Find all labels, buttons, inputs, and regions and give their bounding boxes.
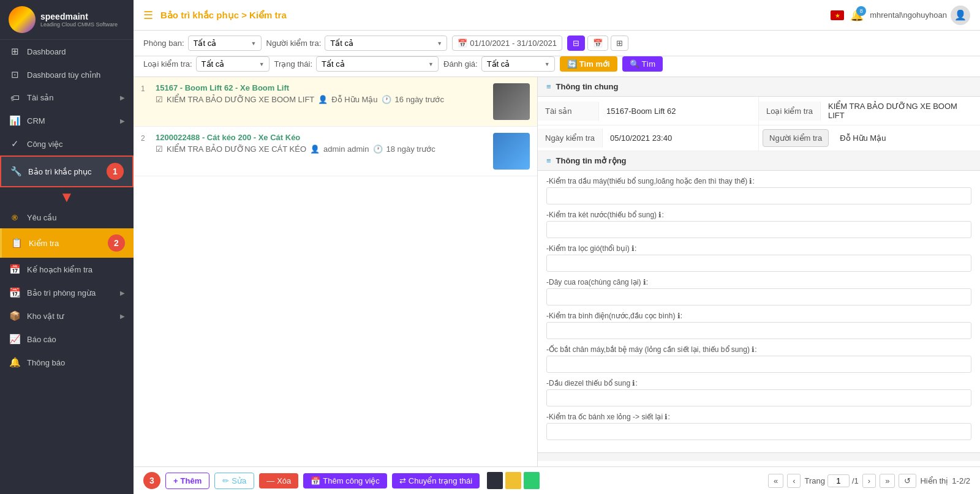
calendar-icon: 📅	[458, 39, 467, 48]
sidebar-item-label: Công việc	[27, 140, 125, 149]
step-2-badge: 2	[108, 234, 125, 252]
sidebar-item-dashboard-custom[interactable]: ⊡ Dashboard tùy chỉnh	[0, 63, 134, 86]
color-squares	[487, 472, 540, 489]
date-range-value: 01/10/2021 - 31/10/2021	[470, 39, 557, 48]
user-menu[interactable]: mhrental\ngohuyhoan 👤	[870, 6, 970, 25]
form-input-2[interactable]	[546, 255, 971, 272]
bao-tri-icon: 🔧	[10, 166, 22, 177]
edit-icon: ✏	[222, 476, 229, 485]
form-input-0[interactable]	[546, 187, 971, 204]
xoa-button[interactable]: — Xóa	[259, 473, 298, 488]
sidebar-item-bao-cao[interactable]: 📈 Báo cáo	[0, 327, 134, 351]
plus-icon: +	[173, 476, 178, 485]
thong-tin-mo-rong-label: Thông tin mở rộng	[556, 156, 627, 165]
color-yellow-btn[interactable]	[505, 472, 521, 489]
minus-icon: —	[266, 476, 274, 485]
user-avatar: 👤	[951, 6, 970, 25]
list-item[interactable]: 1 15167 - Boom Lift 62 - Xe Boom Lift ☑ …	[134, 77, 537, 127]
view-calendar-btn[interactable]: 📅	[587, 36, 608, 51]
form-input-6[interactable]	[546, 389, 971, 406]
item-number: 1	[141, 83, 156, 120]
thong-tin-mo-rong-header: ≡ Thông tin mở rộng	[538, 151, 980, 171]
trang-thai-select[interactable]: Tất cả	[316, 56, 439, 72]
arrow-icon: ▶	[120, 290, 125, 296]
language-flag[interactable]	[831, 10, 844, 20]
loai-kiem-tra-label: Loại kiểm tra:	[143, 59, 192, 69]
content-area: 1 15167 - Boom Lift 62 - Xe Boom Lift ☑ …	[134, 77, 980, 466]
item-user: Đỗ Hữu Mậu	[331, 95, 377, 104]
sidebar-logo: speedmaint Leading Cloud CMMS Software	[0, 0, 134, 40]
them-button[interactable]: + Thêm	[165, 473, 209, 489]
color-black-btn[interactable]	[487, 472, 503, 489]
danh-gia-label: Đánh giá:	[443, 59, 478, 69]
danh-gia-select[interactable]: Tất cả	[481, 56, 555, 72]
first-page-btn[interactable]: «	[768, 474, 783, 488]
form-field-label-5: -Ốc bắt chân máy,bắt bệ máy (lỏng cần si…	[546, 345, 971, 354]
view-list-btn[interactable]: ⊟	[567, 36, 585, 51]
search-icon: 🔍	[630, 59, 639, 69]
list-item[interactable]: 2 1200022488 - Cát kéo 200 - Xe Cát Kéo …	[134, 127, 537, 176]
item-meta: ☑ KIỂM TRA BẢO DƯỠNG XE BOOM LIFT 👤 Đỗ H…	[156, 95, 488, 104]
chuyen-trang-thai-button[interactable]: ⇄ Chuyển trạng thái	[392, 473, 480, 488]
sidebar-item-ke-hoach[interactable]: 📅 Kế hoạch kiểm tra	[0, 258, 134, 281]
refresh-page-btn[interactable]: ↺	[899, 474, 916, 488]
sidebar-item-tai-san[interactable]: 🏷 Tài sản ▶	[0, 86, 134, 109]
sidebar-item-bao-tri[interactable]: 🔧 Bảo trì khắc phục 1	[0, 155, 134, 187]
sidebar-item-thong-bao[interactable]: 🔔 Thông báo	[0, 351, 134, 374]
nguoi-kiem-tra-select-wrap: Tất cả	[325, 36, 447, 51]
page-label: Trang	[804, 476, 824, 485]
detail-hscroll[interactable]	[538, 452, 980, 461]
sidebar-item-yeu-cau[interactable]: ® Yêu cầu	[0, 207, 134, 228]
form-input-5[interactable]	[546, 356, 971, 373]
list-panel: 1 15167 - Boom Lift 62 - Xe Boom Lift ☑ …	[134, 77, 538, 466]
sidebar-item-label: Kho vật tư	[27, 312, 120, 321]
next-page-btn[interactable]: ›	[862, 474, 876, 488]
form-field-label-0: -Kiểm tra dầu máy(thiếu bổ sung,loãng ho…	[546, 177, 971, 185]
form-input-3[interactable]	[546, 288, 971, 305]
loai-kiem-tra-field: Loại kiểm tra KIỂM TRA BẢO DƯỠNG XE BOOM…	[759, 97, 980, 125]
sidebar-item-kiem-tra[interactable]: 📋 Kiểm tra 2	[0, 228, 134, 258]
menu-icon[interactable]: ☰	[143, 9, 153, 22]
loai-kiem-tra-select[interactable]: Tất cả	[196, 56, 270, 72]
filter-bar-2: Loại kiểm tra: Tất cả Trạng thái: Tất cả…	[134, 56, 980, 77]
kho-vat-tu-icon: 📦	[9, 310, 21, 321]
date-range-filter[interactable]: 📅 01/10/2021 - 31/10/2021	[452, 36, 562, 51]
page-input[interactable]	[827, 474, 850, 487]
form-input-4[interactable]	[546, 322, 971, 339]
clock-icon: 🕐	[373, 144, 383, 154]
arrow-indicator: ▼	[0, 187, 134, 207]
form-field-6: -Dầu diezel thiếu bổ sung ℹ:	[546, 379, 971, 406]
phong-ban-select-wrap: Tất cả	[188, 36, 262, 51]
sidebar-item-crm[interactable]: 📊 CRM ▶	[0, 109, 134, 132]
tim-moi-button[interactable]: 🔄 Tìm mới	[560, 56, 617, 72]
color-green-btn[interactable]	[524, 472, 540, 489]
item-body: 15167 - Boom Lift 62 - Xe Boom Lift ☑ KI…	[156, 83, 488, 120]
show-range-value: 1-2/2	[952, 476, 970, 485]
user-icon: 👤	[310, 144, 320, 154]
nguoi-kiem-tra-field: Người kiểm tra Đỗ Hữu Mậu	[759, 125, 980, 151]
nguoi-kiem-tra-select[interactable]: Tất cả	[325, 36, 447, 51]
sidebar-item-label: Báo cáo	[27, 335, 125, 344]
bao-cao-icon: 📈	[9, 334, 21, 345]
prev-page-btn[interactable]: ‹	[787, 474, 801, 488]
tai-san-label: Tài sản	[538, 102, 599, 121]
phong-ban-select[interactable]: Tất cả	[188, 36, 262, 51]
step-3-badge: 3	[143, 472, 160, 489]
sua-button[interactable]: ✏ Sửa	[214, 473, 254, 489]
bottom-toolbar: 3 + Thêm ✏ Sửa — Xóa 📅 Thêm công việc ⇄ …	[134, 466, 980, 494]
ke-hoach-icon: 📅	[9, 264, 21, 275]
view-grid-btn[interactable]: ⊞	[611, 36, 628, 51]
tim-button[interactable]: 🔍 Tìm	[622, 56, 663, 72]
item-thumbnail	[493, 133, 530, 170]
cong-viec-icon: ✓	[9, 138, 21, 149]
sidebar-item-bao-tri-phong-ngua[interactable]: 📆 Bảo trì phòng ngừa ▶	[0, 281, 134, 304]
sidebar-item-kho-vat-tu[interactable]: 📦 Kho vật tư ▶	[0, 304, 134, 327]
sidebar-item-cong-viec[interactable]: ✓ Công việc	[0, 132, 134, 155]
form-input-7[interactable]	[546, 423, 971, 440]
sidebar-item-label: Kế hoạch kiểm tra	[27, 265, 125, 274]
breadcrumb: Bảo trì khắc phục > Kiểm tra	[160, 10, 831, 21]
them-cong-viec-button[interactable]: 📅 Thêm công việc	[303, 473, 387, 488]
sidebar-item-dashboard[interactable]: ⊞ Dashboard	[0, 40, 134, 63]
last-page-btn[interactable]: »	[880, 474, 895, 488]
form-input-1[interactable]	[546, 221, 971, 238]
